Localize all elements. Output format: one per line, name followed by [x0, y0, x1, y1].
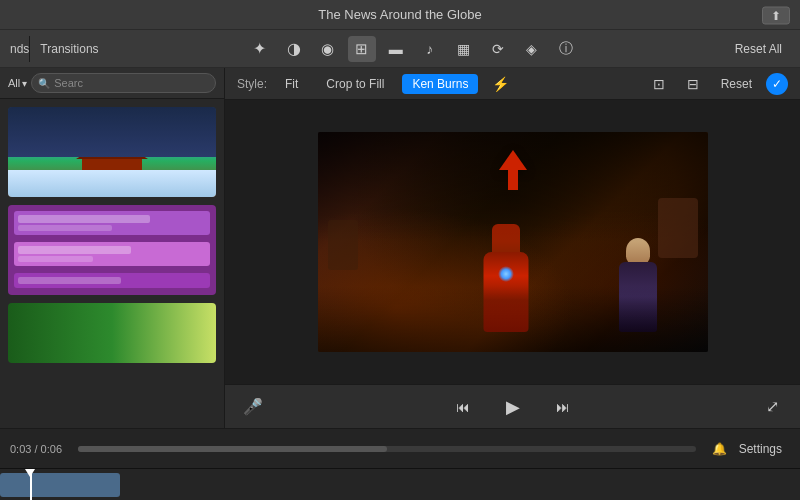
timeline-clip-area: [0, 469, 800, 500]
thumbnail-image-2: [8, 205, 216, 295]
skip-back-icon: ⏮: [456, 399, 470, 415]
layout-wrapper: All ▾ 🔍 Searc: [0, 68, 800, 500]
toolbar-right: Reset All: [727, 39, 790, 59]
timeline-area: [0, 468, 800, 500]
speed-button[interactable]: ⟳: [484, 36, 512, 62]
equalizer-button[interactable]: ▦: [450, 36, 478, 62]
audio-icon: ♪: [426, 41, 433, 57]
skip-forward-button[interactable]: ⏭: [549, 393, 577, 421]
style-icon-b-button[interactable]: ⊟: [679, 71, 707, 97]
thumbnail-image-1: [8, 107, 216, 197]
video-scene: [318, 132, 708, 352]
confirm-button[interactable]: ✓: [766, 73, 788, 95]
reset-button[interactable]: Reset: [713, 74, 760, 94]
title-bar-buttons: ⬆: [762, 5, 790, 24]
export-button[interactable]: ⬆: [762, 6, 790, 24]
speed-icon: ⟳: [492, 41, 504, 57]
timeline-progress: [78, 446, 387, 452]
sidebar: All ▾ 🔍 Searc: [0, 68, 225, 428]
volume-icon: 🔔: [712, 442, 727, 456]
playhead-line: [30, 469, 32, 500]
expand-icon: ⤢: [766, 397, 779, 416]
title-bar: The News Around the Globe ⬆: [0, 0, 800, 30]
fullscreen-button[interactable]: ⤢: [758, 393, 786, 421]
list-item[interactable]: [8, 107, 216, 197]
enhance-button[interactable]: ✦: [246, 36, 274, 62]
content-area: All ▾ 🔍 Searc: [0, 68, 800, 428]
toolbar: nds Transitions ✦ ◑ ◉ ⊞ ▬ ♪ ▦ ⟳ ◈: [0, 30, 800, 68]
search-icon: 🔍: [38, 78, 50, 89]
skip-back-button[interactable]: ⏮: [449, 393, 477, 421]
mic-icon: 🎤: [243, 397, 263, 416]
skip-forward-icon: ⏭: [556, 399, 570, 415]
crop-button[interactable]: ⊞: [348, 36, 376, 62]
color-correction-button[interactable]: ◉: [314, 36, 342, 62]
export-icon: ⬆: [771, 8, 781, 22]
camera-icon: ▬: [389, 41, 403, 57]
toolbar-tab-sounds[interactable]: nds: [10, 36, 30, 62]
checkmark-icon: ✓: [772, 77, 782, 91]
sidebar-search-bar: All ▾ 🔍 Searc: [0, 68, 224, 99]
figure-chest-glow: [498, 266, 514, 282]
fit-button[interactable]: Fit: [275, 74, 308, 94]
right-panel: Style: Fit Crop to Fill Ken Burns ⚡ ⊡ ⊟ …: [225, 68, 800, 428]
timecode-display: 0:03 / 0:06: [10, 443, 62, 455]
settings-button[interactable]: Settings: [731, 439, 790, 459]
toolbar-left: nds Transitions: [10, 36, 99, 62]
play-icon: ▶: [506, 396, 520, 418]
color-balance-button[interactable]: ◑: [280, 36, 308, 62]
controls-bar: 🎤 ⏮ ▶ ⏭ ⤢: [225, 384, 800, 428]
search-placeholder: Searc: [54, 77, 83, 89]
bars-icon: ▦: [457, 41, 470, 57]
all-label: All: [8, 77, 20, 89]
style-label: Style:: [237, 77, 267, 91]
crop-to-fill-button[interactable]: Crop to Fill: [316, 74, 394, 94]
camera-button[interactable]: ▬: [382, 36, 410, 62]
video-preview: [318, 132, 708, 352]
reset-all-button[interactable]: Reset All: [727, 39, 790, 59]
play-button[interactable]: ▶: [497, 391, 529, 423]
style-icon-b: ⊟: [687, 76, 699, 92]
lightning-icon: ⚡: [492, 76, 509, 92]
style-icon-a: ⊡: [653, 76, 665, 92]
toolbar-tab-transitions[interactable]: Transitions: [40, 36, 98, 62]
all-selector[interactable]: All ▾: [8, 77, 27, 89]
crop-icon: ⊞: [355, 40, 368, 58]
list-item[interactable]: [8, 205, 216, 295]
arrow-up-indicator: [499, 150, 527, 170]
timeline-right: 🔔 Settings: [712, 439, 790, 459]
search-box[interactable]: 🔍 Searc: [31, 73, 216, 93]
info-icon: ⓘ: [559, 40, 573, 58]
toolbar-center: ✦ ◑ ◉ ⊞ ▬ ♪ ▦ ⟳ ◈ ⓘ: [105, 36, 721, 62]
window-title: The News Around the Globe: [318, 7, 481, 22]
sidebar-media-list: [0, 99, 224, 428]
robot-icon: ◈: [526, 41, 537, 57]
style-bar-right: ⊡ ⊟ Reset ✓: [645, 71, 788, 97]
timeline-clip[interactable]: [0, 473, 120, 497]
microphone-button[interactable]: 🎤: [239, 393, 267, 421]
arrow-stem: [508, 168, 518, 190]
chevron-down-icon: ▾: [22, 78, 27, 89]
timeline-scrubber[interactable]: [78, 446, 696, 452]
video-container: [225, 100, 800, 384]
stabilize-button[interactable]: ◈: [518, 36, 546, 62]
ken-burns-button[interactable]: Ken Burns: [402, 74, 478, 94]
style-bar: Style: Fit Crop to Fill Ken Burns ⚡ ⊡ ⊟ …: [225, 68, 800, 100]
color-wheel-icon: ◑: [287, 39, 301, 58]
lightning-button[interactable]: ⚡: [486, 71, 514, 97]
palette-icon: ◉: [321, 40, 334, 58]
audio-button[interactable]: ♪: [416, 36, 444, 62]
wand-icon: ✦: [253, 39, 266, 58]
style-icon-a-button[interactable]: ⊡: [645, 71, 673, 97]
info-button[interactable]: ⓘ: [552, 36, 580, 62]
list-item[interactable]: [8, 303, 216, 363]
timeline-bar: 0:03 / 0:06 🔔 Settings: [0, 428, 800, 468]
